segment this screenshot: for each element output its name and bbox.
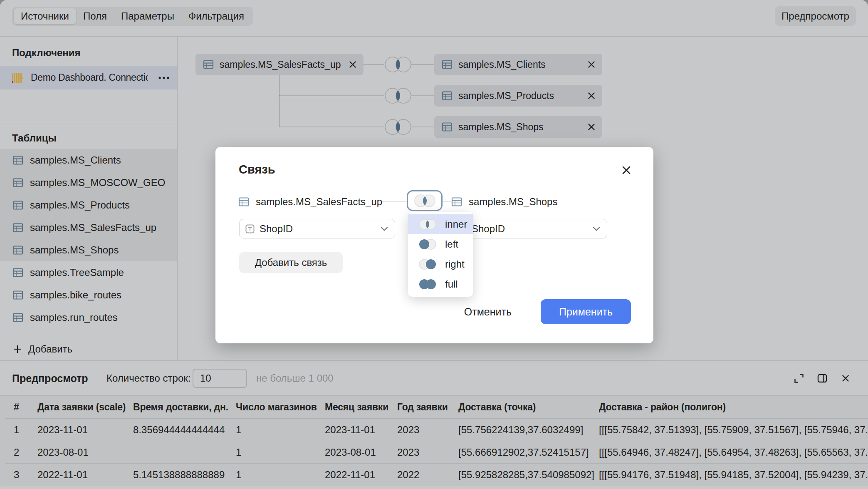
- close-icon: [621, 165, 631, 175]
- table-icon: [451, 196, 462, 207]
- join-type-menu: inner left right full: [408, 212, 473, 297]
- join-type-icon-inner: [414, 194, 436, 208]
- join-line: [382, 201, 407, 202]
- right-field-value: ShopID: [472, 223, 593, 235]
- left-field-select[interactable]: ShopID: [239, 219, 395, 238]
- dataset-editor-window: Источники Поля Параметры Фильтрация Пред…: [0, 0, 868, 489]
- table-icon: [238, 196, 249, 207]
- join-line: [443, 201, 451, 202]
- dialog-right-table-name: samples.MS_Shops: [469, 196, 557, 208]
- inner-join-icon: [418, 218, 437, 230]
- dialog-footer: Отменить Применить: [452, 299, 631, 324]
- join-option-label: inner: [445, 218, 467, 230]
- chevron-down-icon: [593, 226, 600, 231]
- join-option-label: right: [445, 258, 465, 270]
- dialog-close-button[interactable]: [617, 161, 636, 179]
- cancel-button[interactable]: Отменить: [452, 299, 524, 324]
- chevron-down-icon: [381, 226, 388, 231]
- join-option-right[interactable]: right: [408, 254, 473, 274]
- right-join-icon: [418, 258, 437, 270]
- left-join-icon: [418, 238, 437, 250]
- add-relation-button[interactable]: Добавить связь: [239, 252, 343, 273]
- join-option-label: left: [445, 238, 458, 250]
- dialog-right-table: samples.MS_Shops: [451, 192, 557, 212]
- full-join-icon: [418, 278, 437, 290]
- right-field-select[interactable]: ShopID: [451, 219, 607, 238]
- dialog-title: Связь: [239, 163, 275, 176]
- join-option-full[interactable]: full: [408, 274, 473, 294]
- join-option-left[interactable]: left: [408, 234, 473, 254]
- join-option-label: full: [445, 278, 458, 290]
- dialog-left-table-name: samples.MS_SalesFacts_up: [256, 196, 382, 208]
- join-option-inner[interactable]: inner: [408, 214, 473, 234]
- apply-button[interactable]: Применить: [541, 299, 631, 324]
- left-field-value: ShopID: [260, 223, 381, 235]
- field-type-string-icon: [245, 224, 255, 234]
- dialog-left-table: samples.MS_SalesFacts_up: [238, 192, 382, 212]
- join-type-button[interactable]: [407, 190, 443, 211]
